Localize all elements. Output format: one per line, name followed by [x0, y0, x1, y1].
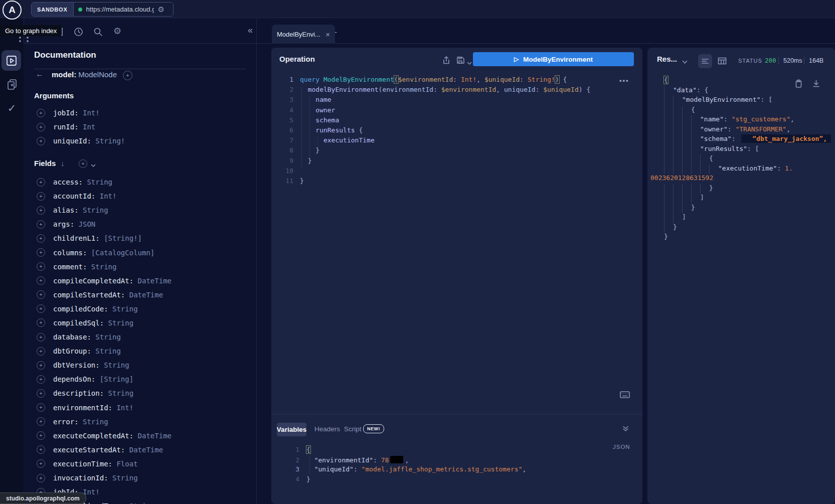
endpoint-url[interactable]: https://metadata.cloud.get [86, 6, 154, 13]
doc-field-row[interactable]: +compileCompletedAt: DateTime [37, 274, 256, 288]
doc-field-row[interactable]: +executionTime: Float [37, 457, 256, 471]
connection-settings-gear-icon[interactable]: ⚙ [158, 6, 164, 13]
field-type[interactable]: DateTime [125, 446, 163, 454]
add-field-button[interactable]: + [37, 192, 45, 201]
add-field-button[interactable]: + [37, 206, 45, 215]
add-field-button[interactable]: + [37, 361, 45, 370]
field-type[interactable]: Float [112, 460, 138, 468]
variables-editor[interactable]: 1{2 "environmentId": 78,3 "uniqueId": "m… [271, 446, 642, 485]
add-field-button[interactable]: + [37, 333, 45, 342]
field-type[interactable]: String [104, 389, 133, 397]
sidebar-item-schema[interactable] [0, 78, 24, 92]
doc-field-row[interactable]: +args: JSON [37, 217, 256, 231]
doc-field-row[interactable]: +alias: String [37, 203, 256, 217]
tab-headers[interactable]: Headers [314, 425, 340, 433]
field-type[interactable]: String [108, 474, 138, 482]
add-field-button[interactable]: + [37, 220, 45, 229]
add-field-button[interactable]: + [37, 109, 45, 117]
keyboard-shortcuts-icon[interactable] [620, 391, 630, 400]
doc-field-row[interactable]: +runId: Int [37, 120, 256, 134]
doc-field-row[interactable]: +uniqueId: String! [37, 134, 256, 148]
search-icon[interactable] [93, 27, 103, 39]
run-operation-button[interactable]: ▷ ModelByEnvironment [473, 52, 634, 66]
add-fields-button[interactable]: + [79, 159, 87, 168]
add-field-button[interactable]: + [37, 347, 45, 356]
field-type[interactable]: String [91, 347, 121, 355]
doc-field-row[interactable]: +childrenL1: [String!] [37, 231, 256, 245]
field-type[interactable]: DateTime [133, 432, 172, 440]
collapse-variables-icon[interactable] [622, 425, 629, 434]
add-field-button[interactable]: + [37, 290, 45, 299]
doc-field-row[interactable]: +error: String [37, 415, 256, 429]
add-field-button[interactable]: + [37, 276, 45, 285]
response-chevron-icon[interactable] [682, 57, 688, 66]
add-field-button[interactable]: + [37, 318, 45, 327]
endpoint-input[interactable]: https://metadata.cloud.get ⚙ [74, 3, 173, 16]
doc-field-row[interactable]: +environmentId: Int! [37, 401, 256, 415]
add-field-button[interactable]: + [37, 389, 45, 398]
field-type[interactable]: [String!] [100, 234, 142, 242]
tab-variables[interactable]: Variables [277, 423, 306, 436]
field-type[interactable]: String [79, 418, 108, 426]
add-field-button[interactable]: + [37, 178, 45, 187]
field-type[interactable]: [String] [95, 375, 133, 383]
field-type[interactable]: String [87, 263, 116, 271]
add-field-button[interactable]: + [37, 403, 45, 412]
doc-field-row[interactable]: +jobId: Int! [37, 106, 256, 120]
add-field-button[interactable]: + [37, 375, 45, 384]
apollo-logo[interactable]: A [3, 1, 22, 20]
field-type[interactable]: DateTime [133, 277, 172, 285]
doc-field-row[interactable]: +dbtVersion: String [37, 358, 256, 372]
field-type[interactable]: String [100, 361, 129, 369]
doc-field-row[interactable]: +executeStartedAt: DateTime [37, 443, 256, 457]
field-type[interactable]: String [79, 206, 108, 214]
type-name-link[interactable]: ModelNode [78, 70, 117, 79]
doc-field-row[interactable]: +compileStartedAt: DateTime [37, 288, 256, 302]
doc-field-row[interactable]: +description: String [37, 386, 256, 400]
field-type[interactable]: String [83, 178, 112, 186]
field-type[interactable]: Int! [112, 404, 133, 412]
close-tab-icon[interactable]: × [325, 30, 330, 39]
field-type[interactable]: Int [79, 123, 96, 131]
add-field-button[interactable]: + [37, 262, 45, 271]
doc-field-row[interactable]: +compiledSql: String [37, 316, 256, 330]
add-field-button[interactable]: + [37, 431, 45, 440]
tab-modelbyenvironment[interactable]: ModelByEnvi... × [272, 25, 335, 44]
doc-field-row[interactable]: +accountId: Int! [37, 189, 256, 203]
collapse-sidebar-icon[interactable]: « [248, 25, 252, 36]
doc-field-row[interactable]: +compiledCode: String [37, 302, 256, 316]
add-all-fields-button[interactable]: + [123, 71, 132, 80]
operation-editor[interactable]: 1query ModelByEnvironment($environmentId… [271, 76, 642, 187]
add-field-button[interactable]: + [37, 123, 45, 131]
doc-field-row[interactable]: +comment: String [37, 260, 256, 274]
field-type[interactable]: Int! [79, 109, 100, 117]
field-type[interactable]: Int! [95, 192, 116, 200]
add-field-button[interactable]: + [37, 417, 45, 426]
save-icon[interactable] [456, 56, 465, 67]
view-json-toggle[interactable] [698, 54, 712, 68]
add-field-button[interactable]: + [37, 234, 45, 243]
add-field-button[interactable]: + [37, 459, 45, 468]
view-table-toggle[interactable] [718, 57, 727, 67]
add-field-button[interactable]: + [37, 445, 45, 454]
doc-field-row[interactable]: +invocationId: String [37, 471, 256, 485]
add-field-button[interactable]: + [37, 304, 45, 313]
sort-fields-icon[interactable]: ↓ [61, 159, 65, 167]
back-arrow-icon[interactable]: ← [36, 70, 44, 79]
add-field-button[interactable]: + [37, 248, 45, 257]
add-field-button[interactable]: + [37, 474, 45, 482]
response-json[interactable]: {"data": {"modelByEnvironment": [{"name"… [647, 76, 835, 243]
doc-field-row[interactable]: +dbtGroup: String [37, 344, 256, 358]
field-type[interactable]: [CatalogColumn] [87, 249, 154, 257]
field-type[interactable]: DateTime [125, 291, 163, 299]
doc-field-row[interactable]: +access: String [37, 175, 256, 189]
sidebar-item-checks[interactable]: ✓ [0, 102, 24, 114]
field-type[interactable]: JSON [74, 220, 95, 228]
save-chevron-icon[interactable] [467, 58, 472, 67]
share-icon[interactable] [442, 56, 451, 67]
doc-field-row[interactable]: +dependsOn: [String] [37, 372, 256, 386]
add-field-button[interactable]: + [37, 137, 45, 145]
field-type[interactable]: String [91, 333, 121, 341]
field-type[interactable]: String [125, 502, 154, 504]
tab-script[interactable]: Script [344, 425, 362, 433]
